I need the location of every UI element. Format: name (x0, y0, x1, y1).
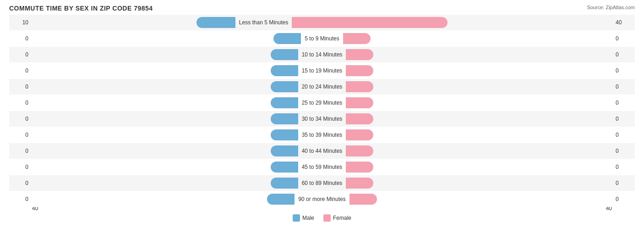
bar-label: 90 or more Minutes (295, 194, 349, 205)
right-value: 0 (612, 84, 635, 90)
legend: Male Female (9, 214, 635, 222)
chart-container: COMMUTE TIME BY SEX IN ZIP CODE 79854 So… (0, 0, 644, 240)
bar-row: 025 to 29 Minutes0 (9, 95, 635, 111)
male-bar (271, 145, 298, 156)
right-value: 0 (612, 67, 635, 74)
bars-center: Less than 5 Minutes (32, 15, 612, 30)
left-value: 0 (9, 116, 32, 122)
left-value: 0 (9, 35, 32, 42)
bars-center: 35 to 39 Minutes (32, 127, 612, 143)
bar-row: 015 to 19 Minutes0 (9, 63, 635, 78)
bar-label: 10 to 14 Minutes (298, 49, 346, 60)
right-value: 40 (612, 19, 635, 26)
male-bar (271, 65, 298, 76)
bar-row: 020 to 24 Minutes0 (9, 79, 635, 95)
bar-label: 30 to 34 Minutes (298, 113, 346, 124)
bar-pair: 5 to 9 Minutes (32, 33, 612, 45)
female-bar (346, 145, 373, 156)
male-bar (271, 129, 298, 140)
bar-pair: Less than 5 Minutes (32, 17, 612, 28)
bars-center: 60 to 89 Minutes (32, 175, 612, 191)
bar-label: 45 to 59 Minutes (298, 162, 346, 173)
bar-row: 090 or more Minutes0 (9, 191, 635, 207)
female-bar (346, 129, 373, 140)
bar-pair: 90 or more Minutes (32, 193, 612, 205)
right-value: 0 (612, 100, 635, 106)
female-bar (346, 113, 373, 124)
male-bar (273, 33, 301, 44)
bars-center: 5 to 9 Minutes (32, 31, 612, 46)
right-value: 0 (612, 196, 635, 202)
female-bar (346, 65, 373, 76)
left-value: 0 (9, 164, 32, 170)
female-legend-label: Female (333, 215, 351, 221)
bar-row: 010 to 14 Minutes0 (9, 47, 635, 62)
bar-label: 20 to 24 Minutes (298, 81, 346, 92)
bar-pair: 40 to 44 Minutes (32, 145, 612, 157)
female-bar (349, 194, 377, 205)
left-value: 0 (9, 84, 32, 90)
left-value: 0 (9, 51, 32, 58)
female-bar (346, 162, 373, 173)
male-legend-label: Male (302, 215, 314, 221)
male-bar (271, 81, 298, 92)
right-value: 0 (612, 51, 635, 58)
bar-label: 25 to 29 Minutes (298, 97, 346, 108)
bar-pair: 25 to 29 Minutes (32, 97, 612, 109)
left-value: 10 (9, 19, 32, 26)
chart-area: 10Less than 5 Minutes4005 to 9 Minutes00… (9, 15, 635, 204)
female-bar (346, 49, 373, 60)
male-bar (271, 97, 298, 108)
right-value: 0 (612, 164, 635, 170)
source-text: Source: ZipAtlas.com (587, 5, 635, 10)
bar-pair: 10 to 14 Minutes (32, 49, 612, 61)
male-bar (271, 178, 298, 189)
bar-pair: 35 to 39 Minutes (32, 129, 612, 141)
right-value: 0 (612, 116, 635, 122)
bars-center: 20 to 24 Minutes (32, 79, 612, 95)
left-value: 0 (9, 100, 32, 106)
legend-male: Male (293, 214, 314, 222)
male-bar (271, 113, 298, 124)
bar-row: 035 to 39 Minutes0 (9, 127, 635, 143)
female-bar (346, 81, 373, 92)
left-value: 0 (9, 67, 32, 74)
bar-row: 060 to 89 Minutes0 (9, 175, 635, 191)
bar-row: 05 to 9 Minutes0 (9, 31, 635, 46)
bar-label: 15 to 19 Minutes (298, 65, 346, 76)
right-value: 0 (612, 148, 635, 154)
male-bar (196, 17, 235, 28)
bar-row: 030 to 34 Minutes0 (9, 111, 635, 127)
left-value: 0 (9, 180, 32, 186)
left-value: 0 (9, 148, 32, 154)
bars-center: 40 to 44 Minutes (32, 143, 612, 159)
male-bar (271, 49, 298, 60)
bars-center: 10 to 14 Minutes (32, 47, 612, 62)
bar-label: 35 to 39 Minutes (298, 129, 346, 140)
legend-female: Female (323, 214, 351, 222)
left-value: 0 (9, 132, 32, 138)
male-bar (267, 194, 295, 205)
bar-pair: 30 to 34 Minutes (32, 113, 612, 125)
bars-center: 15 to 19 Minutes (32, 63, 612, 78)
female-bar (292, 17, 448, 28)
bar-label: 40 to 44 Minutes (298, 145, 346, 156)
bar-row: 040 to 44 Minutes0 (9, 143, 635, 159)
bar-pair: 45 to 59 Minutes (32, 161, 612, 173)
female-bar (346, 178, 373, 189)
bar-pair: 60 to 89 Minutes (32, 177, 612, 189)
bar-pair: 20 to 24 Minutes (32, 81, 612, 93)
bar-label: 60 to 89 Minutes (298, 178, 346, 189)
bar-row: 045 to 59 Minutes0 (9, 159, 635, 175)
chart-title: COMMUTE TIME BY SEX IN ZIP CODE 79854 (9, 5, 635, 12)
male-legend-box (293, 214, 300, 222)
bar-row: 10Less than 5 Minutes40 (9, 15, 635, 30)
right-value: 0 (612, 35, 635, 42)
bar-label: 5 to 9 Minutes (301, 33, 343, 44)
right-value: 0 (612, 132, 635, 138)
bars-center: 90 or more Minutes (32, 191, 612, 207)
bars-center: 45 to 59 Minutes (32, 159, 612, 175)
left-value: 0 (9, 196, 32, 202)
right-value: 0 (612, 180, 635, 186)
bar-pair: 15 to 19 Minutes (32, 65, 612, 77)
